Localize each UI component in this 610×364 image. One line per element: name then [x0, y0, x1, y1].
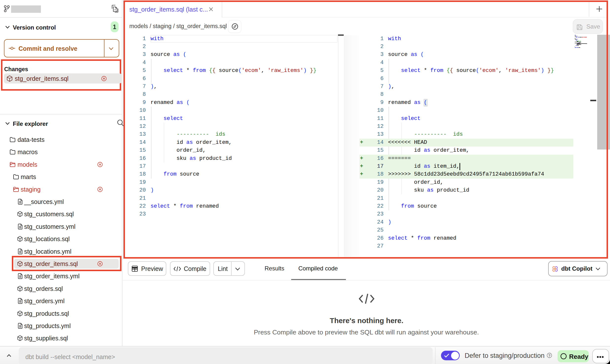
svg-text:?: ? [548, 353, 550, 358]
